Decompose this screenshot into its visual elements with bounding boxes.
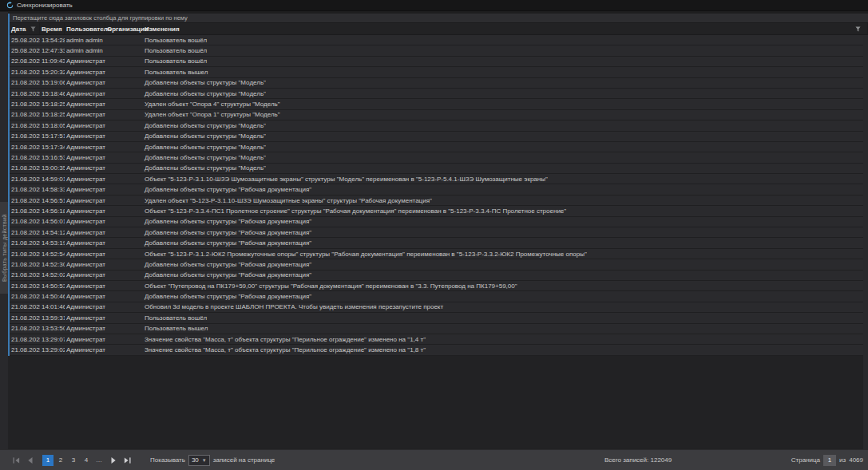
table-row[interactable]: 21.08.202515:19:06АдминистраторДобавлены… <box>10 78 868 89</box>
cell-change: Значение свойства "Масса, т" объекта стр… <box>143 336 868 343</box>
page-size-select[interactable]: 30 ▼ <box>188 455 210 466</box>
column-header-date[interactable]: Дата <box>10 23 40 34</box>
table-row[interactable]: 21.08.202515:17:51АдминистраторДобавлены… <box>10 132 868 142</box>
next-page-button[interactable] <box>109 455 118 466</box>
cell-date: 21.08.2025 <box>10 336 40 343</box>
page-button-4[interactable]: 4 <box>81 455 92 466</box>
table-row[interactable]: 25.08.202513:54:28admin adminПользовател… <box>10 35 868 45</box>
cell-change: Добавлены объекты структуры "Модель" <box>143 132 868 140</box>
table-row[interactable]: 21.08.202514:52:54АдминистраторОбъект "5… <box>10 249 868 259</box>
page-ellipsis: … <box>93 455 105 466</box>
cell-user: Администратор <box>65 229 105 236</box>
cell-date: 21.08.2025 <box>10 218 40 225</box>
table-row[interactable]: 21.08.202514:56:01АдминистраторДобавлены… <box>10 217 868 227</box>
page-jump: Страница 1 из 4069 <box>791 455 863 466</box>
filter-icon[interactable] <box>30 26 36 32</box>
cell-date: 21.08.2025 <box>10 101 40 108</box>
synchronize-button[interactable]: Синхронизировать <box>2 1 77 10</box>
table-row[interactable]: 21.08.202513:29:07АдминистраторЗначение … <box>10 334 868 345</box>
cell-date: 21.08.2025 <box>10 314 40 322</box>
vertical-scrollbar[interactable] <box>863 36 868 449</box>
grid-filter-icon[interactable] <box>855 26 861 32</box>
column-label: Время <box>42 26 62 33</box>
cell-change: Добавлены объекты структуры "Модель" <box>143 154 868 161</box>
cell-user: Администратор <box>65 79 105 86</box>
grid-empty-area <box>8 356 868 449</box>
table-row[interactable]: 25.08.202512:47:33admin adminПользовател… <box>10 45 868 56</box>
cell-change: Удален объект "Опора 4" структуры "Модел… <box>143 101 868 108</box>
cell-date: 21.08.2025 <box>10 303 40 310</box>
current-page-input[interactable]: 1 <box>823 455 836 466</box>
cell-change: Добавлены объекты структуры "Рабочая док… <box>143 218 868 225</box>
table-row[interactable]: 21.08.202515:20:32АдминистраторПользоват… <box>10 67 868 77</box>
page-button-1[interactable]: 1 <box>42 455 54 466</box>
table-row[interactable]: 21.08.202514:59:01АдминистраторОбъект "5… <box>10 174 868 184</box>
page-button-2[interactable]: 2 <box>55 455 66 466</box>
table-row[interactable]: 21.08.202515:18:25АдминистраторУдален об… <box>10 99 868 109</box>
table-row[interactable]: 22.08.202511:09:43АдминистраторПользоват… <box>10 57 868 67</box>
cell-user: Администратор <box>65 101 105 108</box>
cell-change: Пользователь вошёл <box>143 57 868 65</box>
table-row[interactable]: 21.08.202515:18:25АдминистраторУдален об… <box>10 110 868 120</box>
cell-change: Добавлены объекты структуры "Модель" <box>143 164 868 172</box>
table-row[interactable]: 21.08.202514:50:53АдминистраторОбъект "П… <box>10 281 868 291</box>
page-label: Страница <box>791 456 820 464</box>
table-row[interactable]: 21.08.202514:52:02АдминистраторДобавлены… <box>10 271 868 281</box>
cell-change: Пользователь вышел <box>143 69 868 76</box>
cell-change: Добавлены объекты структуры "Рабочая док… <box>143 239 868 247</box>
table-row[interactable]: 21.08.202515:17:34АдминистраторДобавлены… <box>10 142 868 152</box>
cell-date: 21.08.2025 <box>10 207 40 215</box>
table-row[interactable]: 21.08.202514:58:33АдминистраторДобавлены… <box>10 184 868 195</box>
cell-date: 21.08.2025 <box>10 186 40 193</box>
previous-page-button[interactable] <box>25 455 34 466</box>
cell-date: 21.08.2025 <box>10 293 40 300</box>
column-header-time[interactable]: Время <box>40 23 65 34</box>
cell-user: Администратор <box>65 164 105 172</box>
last-page-button[interactable] <box>122 455 132 466</box>
cell-time: 14:56:51 <box>40 197 65 204</box>
cell-date: 21.08.2025 <box>10 122 40 129</box>
cell-date: 21.08.2025 <box>10 261 40 268</box>
cell-date: 21.08.2025 <box>10 79 40 86</box>
cell-user: Администратор <box>65 271 105 278</box>
table-row[interactable]: 21.08.202514:56:18АдминистраторОбъект "5… <box>10 206 868 216</box>
table-row[interactable]: 21.08.202515:00:35АдминистраторДобавлены… <box>10 164 868 174</box>
cell-time: 13:59:31 <box>40 314 65 322</box>
cell-change: Объект "Путепровод на ПК179+59,00" струк… <box>143 282 868 290</box>
cell-user: Администратор <box>65 197 105 204</box>
cell-time: 15:18:05 <box>40 122 65 129</box>
cell-time: 14:56:01 <box>40 218 65 225</box>
cell-time: 13:53:50 <box>40 325 65 332</box>
cell-change: Добавлены объекты структуры "Модель" <box>143 144 868 151</box>
action-types-tab[interactable]: Выбрать типы действий <box>0 202 8 294</box>
column-header-org[interactable]: Организация <box>105 23 143 34</box>
cell-user: admin admin <box>65 47 105 54</box>
table-row[interactable]: 21.08.202514:54:12АдминистраторДобавлены… <box>10 227 868 238</box>
table-row[interactable]: 21.08.202514:56:51АдминистраторУдален об… <box>10 196 868 206</box>
table-row[interactable]: 21.08.202514:50:46АдминистраторДобавлены… <box>10 291 868 302</box>
column-header-user[interactable]: Пользователь <box>65 23 105 34</box>
group-by-drop-area[interactable]: Перетащите сюда заголовок столбца для гр… <box>10 14 868 23</box>
first-page-button[interactable] <box>11 455 21 466</box>
cell-change: Добавлены объекты структуры "Рабочая док… <box>143 261 868 268</box>
cell-change: Объект "5-123-Р-3.1.2-ЮК2 Промежуточные … <box>143 251 868 258</box>
cell-time: 14:01:46 <box>40 303 65 310</box>
table-row[interactable]: 21.08.202515:18:05АдминистраторДобавлены… <box>10 120 868 131</box>
cell-date: 21.08.2025 <box>10 176 40 183</box>
table-row[interactable]: 21.08.202513:59:31АдминистраторПользоват… <box>10 313 868 323</box>
table-row[interactable]: 21.08.202514:52:30АдминистраторДобавлены… <box>10 259 868 270</box>
page-button-3[interactable]: 3 <box>68 455 79 466</box>
cell-user: Администратор <box>65 314 105 322</box>
table-row[interactable]: 21.08.202515:16:53АдминистраторДобавлены… <box>10 152 868 163</box>
table-row[interactable]: 21.08.202514:53:19АдминистраторДобавлены… <box>10 238 868 248</box>
column-header-change[interactable]: Изменения <box>143 23 868 34</box>
cell-change: Добавлены объекты структуры "Рабочая док… <box>143 271 868 278</box>
table-row[interactable]: 21.08.202513:29:02АдминистраторЗначение … <box>10 345 868 355</box>
cell-user: Администратор <box>65 303 105 310</box>
total-records-label: Всего записей: <box>604 456 648 464</box>
cell-time: 15:18:46 <box>40 90 65 97</box>
table-row[interactable]: 21.08.202513:53:50АдминистраторПользоват… <box>10 324 868 334</box>
table-row[interactable]: 21.08.202514:01:46АдминистраторОбновил 3… <box>10 302 868 313</box>
table-row[interactable]: 21.08.202515:18:46АдминистраторДобавлены… <box>10 89 868 99</box>
cell-change: Удален объект "Опора 1" структуры "Модел… <box>143 111 868 118</box>
